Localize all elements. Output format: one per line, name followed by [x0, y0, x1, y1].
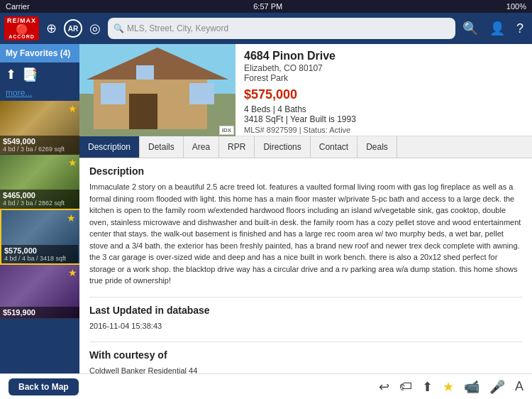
listing-details: 4 bd / 3 ba / 6269 sqft	[3, 146, 77, 153]
listing-overlay: $575,000 4 bd / 4 ba / 3418 sqft	[1, 245, 78, 263]
description-body: Immaculate 2 story on a beautiful 2.5 ac…	[89, 181, 522, 287]
search-bar[interactable]: 🔍 MLS, Street, City, Keyword	[108, 18, 455, 39]
divider	[89, 341, 522, 342]
tab-area[interactable]: Area	[184, 136, 219, 158]
tab-details[interactable]: Details	[140, 136, 184, 158]
sidebar: My Favorites (4) ⬆ 📑 more... ★ $549,000 …	[0, 44, 79, 373]
tab-directions[interactable]: Directions	[255, 136, 310, 158]
property-mls: MLS# 8927599 | Status: Active	[244, 126, 523, 134]
divider	[89, 297, 522, 297]
tab-contact[interactable]: Contact	[311, 136, 358, 158]
property-info: 4684 Pinon Drive Elizabeth, CO 80107 For…	[235, 44, 532, 136]
description-title: Description	[89, 165, 522, 177]
search-button[interactable]: 🔍	[458, 18, 482, 39]
battery-label: 100%	[506, 2, 526, 11]
listing-overlay: $465,000 4 bd / 3 ba / 2862 sqft	[0, 190, 79, 208]
sidebar-actions: ⬆ 📑	[0, 62, 79, 87]
contact-icon[interactable]: 👤	[485, 18, 509, 39]
listing-price: $465,000	[3, 191, 77, 200]
property-beds-baths: 4 Beds | 4 Baths	[244, 104, 523, 114]
favorite-star-icon: ★	[68, 103, 77, 114]
favorite-star-icon[interactable]: ★	[443, 379, 454, 395]
back-to-map-button[interactable]: Back to Map	[9, 378, 79, 395]
property-image: IDX	[79, 44, 235, 136]
sidebar-listings: ★ $549,000 4 bd / 3 ba / 6269 sqft ★ $46…	[0, 101, 79, 373]
microphone-icon[interactable]: 🎤	[489, 379, 505, 395]
main-area: My Favorites (4) ⬆ 📑 more... ★ $549,000 …	[0, 44, 532, 373]
favorite-star-icon: ★	[68, 267, 77, 278]
bookmarks-icon[interactable]: 📑	[22, 67, 38, 82]
svg-rect-4	[129, 94, 157, 129]
svg-rect-5	[101, 83, 126, 104]
property-address: Elizabeth, CO 80107	[244, 63, 523, 73]
svg-rect-7	[136, 65, 154, 80]
add-location-icon[interactable]: ⊕	[42, 18, 61, 39]
property-sqft-year: 3418 SqFt | Year Built is 1993	[244, 114, 523, 124]
property-header: IDX 4684 Pinon Drive Elizabeth, CO 80107…	[79, 44, 532, 136]
search-icon: 🔍	[113, 23, 124, 33]
property-community: Forest Park	[244, 73, 523, 83]
search-placeholder: MLS, Street, City, Keyword	[127, 23, 228, 33]
compass-icon[interactable]: ◎	[85, 18, 105, 39]
remax-logo[interactable]: RE/MAX 🔴 ACCORD	[4, 16, 39, 40]
nav-bar: RE/MAX 🔴 ACCORD ⊕ AR ◎ 🔍 MLS, Street, Ci…	[0, 13, 532, 44]
listing-price: $519,900	[3, 308, 77, 317]
property-price: $575,000	[244, 87, 523, 102]
last-updated-value: 2016-11-04 15:38:43	[89, 320, 522, 332]
ar-button[interactable]: AR	[64, 19, 82, 38]
my-favorites-header[interactable]: My Favorites (4)	[0, 44, 79, 62]
listing-overlay: $549,000 4 bd / 3 ba / 6269 sqft	[0, 136, 79, 154]
share-icon[interactable]: ⬆	[6, 67, 16, 82]
listing-overlay: $519,900	[0, 307, 79, 318]
tab-deals[interactable]: Deals	[358, 136, 397, 158]
logo-balloon-icon: 🔴	[16, 24, 28, 34]
bottom-bar: Back to Map ↩ 🏷 ⬆ ★ 📹 🎤 A	[0, 373, 532, 399]
listing-details: 4 bd / 3 ba / 2862 sqft	[3, 200, 77, 207]
listing-item[interactable]: ★ $549,000 4 bd / 3 ba / 6269 sqft	[0, 101, 79, 155]
description-area: Description Immaculate 2 story on a beau…	[79, 158, 532, 373]
content-area: IDX 4684 Pinon Drive Elizabeth, CO 80107…	[79, 44, 532, 373]
property-tabs: Description Details Area RPR Directions …	[79, 136, 532, 158]
share-icon[interactable]: ⬆	[422, 379, 433, 395]
tab-rpr[interactable]: RPR	[219, 136, 255, 158]
listing-price: $575,000	[4, 246, 75, 255]
more-button[interactable]: more...	[0, 87, 79, 101]
courtesy-title: With courtesy of	[89, 349, 522, 361]
svg-rect-6	[189, 83, 214, 104]
help-icon[interactable]: ?	[512, 18, 528, 39]
status-bar: Carrier 6:57 PM 100%	[0, 0, 532, 13]
house-illustration	[79, 44, 235, 136]
listing-item[interactable]: ★ $465,000 4 bd / 3 ba / 2862 sqft	[0, 155, 79, 209]
carrier-label: Carrier	[6, 2, 30, 11]
favorite-star-icon: ★	[68, 157, 77, 168]
listing-item[interactable]: ★ $519,900	[0, 265, 79, 319]
reply-icon[interactable]: ↩	[379, 379, 389, 395]
property-name: 4684 Pinon Drive	[244, 50, 523, 62]
video-icon[interactable]: 📹	[464, 379, 480, 395]
favorite-star-icon: ★	[67, 212, 76, 224]
last-updated-title: Last Updated in database	[89, 305, 522, 316]
listing-details: 4 bd / 4 ba / 3418 sqft	[4, 255, 75, 262]
listing-price: $549,000	[3, 137, 77, 146]
percentage-icon[interactable]: 🏷	[399, 379, 412, 394]
listing-item-active[interactable]: ★ $575,000 4 bd / 4 ba / 3418 sqft	[0, 209, 79, 265]
house-photo: IDX	[79, 44, 235, 136]
logo-accord-text: ACCORD	[9, 34, 35, 39]
idx-badge: IDX	[219, 126, 234, 135]
tab-description[interactable]: Description	[79, 136, 140, 158]
bottom-actions: ↩ 🏷 ⬆ ★ 📹 🎤 A	[379, 379, 523, 395]
time-label: 6:57 PM	[253, 2, 282, 11]
courtesy-value: Coldwell Banker Residential 44	[89, 365, 522, 373]
text-icon[interactable]: A	[515, 379, 523, 394]
